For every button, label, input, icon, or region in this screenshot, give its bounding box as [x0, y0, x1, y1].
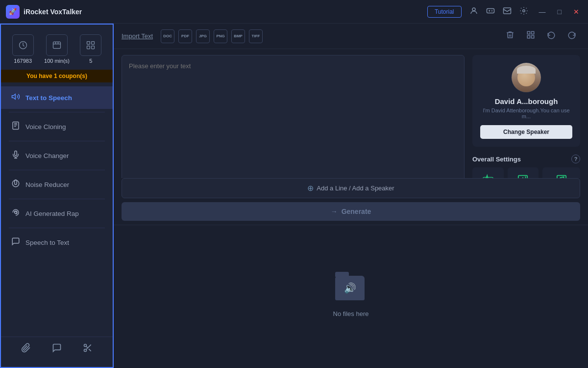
- generate-label: Generate: [342, 208, 371, 215]
- svg-marker-10: [12, 94, 16, 100]
- close-button[interactable]: ✕: [570, 7, 582, 17]
- count-icon-box: [80, 34, 101, 56]
- svg-point-13: [15, 211, 17, 214]
- jpg-icon[interactable]: JPG: [196, 29, 210, 43]
- no-files-label: No files here: [333, 310, 369, 317]
- redo-action[interactable]: [564, 28, 580, 44]
- svg-point-14: [84, 344, 86, 347]
- toolbar: Import Text DOC PDF JPG PNG BMP TIFF: [114, 24, 588, 49]
- svg-rect-6: [87, 42, 90, 45]
- voice-cloning-icon: [11, 121, 21, 132]
- svg-point-15: [84, 349, 86, 352]
- attach-icon[interactable]: [21, 343, 31, 355]
- svg-rect-7: [92, 42, 95, 45]
- nav-label-text-to-speech: Text to Speech: [25, 94, 72, 102]
- stats-row: 167983 100 min(s) 5: [1, 30, 113, 70]
- minutes-icon-box: [46, 34, 68, 56]
- minutes-value: 100 min(s): [44, 58, 70, 64]
- overall-settings-header: Overall Settings ?: [472, 151, 580, 167]
- change-speaker-button[interactable]: Change Speaker: [480, 125, 572, 139]
- svg-point-3: [522, 9, 525, 12]
- sidebar-item-voice-changer[interactable]: Voice Changer: [1, 144, 113, 167]
- svg-rect-20: [532, 31, 534, 34]
- speaker-name: David A...borough: [480, 97, 572, 105]
- sidebar-item-ai-generated-rap[interactable]: AI Generated Rap: [1, 202, 113, 225]
- noise-reducer-icon: [11, 179, 21, 190]
- mail-icon[interactable]: [503, 6, 512, 17]
- nav-divider-2: [9, 141, 105, 141]
- files-box: 🔊: [335, 276, 365, 300]
- pitch-icon: [515, 172, 531, 178]
- settings-icon[interactable]: [519, 6, 528, 17]
- nav-label-voice-changer: Voice Changer: [25, 152, 69, 159]
- speed-icon: [480, 172, 496, 178]
- import-text-link[interactable]: Import Text: [122, 32, 153, 40]
- pitch-setting[interactable]: Pitch: [508, 167, 539, 178]
- music-setting[interactable]: Music: [542, 167, 580, 178]
- text-to-speech-icon: [11, 92, 21, 103]
- nav-divider-4: [9, 199, 105, 199]
- svg-rect-5: [53, 42, 61, 48]
- sidebar-item-text-to-speech[interactable]: Text to Speech: [1, 86, 113, 109]
- svg-point-12: [12, 180, 19, 187]
- doc-icon[interactable]: DOC: [161, 29, 174, 43]
- add-line-icon: ⊕: [307, 184, 314, 193]
- speaker-icon: 🔊: [344, 282, 356, 294]
- user-icon[interactable]: [469, 6, 478, 17]
- chat-icon[interactable]: [52, 343, 62, 355]
- svg-point-0: [472, 8, 475, 11]
- sidebar-item-voice-cloning[interactable]: Voice Cloning: [1, 115, 113, 138]
- maximize-button[interactable]: □: [555, 7, 564, 17]
- nav-divider-5: [9, 228, 105, 228]
- speed-setting[interactable]: Speed: [472, 167, 504, 178]
- window-controls: — □ ✕: [536, 7, 582, 17]
- app-title: iRocket VoxTalker: [24, 8, 427, 16]
- characters-value: 167983: [14, 58, 32, 64]
- minimize-button[interactable]: —: [536, 7, 549, 17]
- nav-label-ai-generated-rap: AI Generated Rap: [25, 210, 79, 217]
- stat-characters: 167983: [12, 34, 34, 64]
- files-area: 🔊 No files here: [114, 225, 588, 368]
- sidebar-item-noise-reducer[interactable]: Noise Reducer: [1, 173, 113, 196]
- bottom-bar: ⊕ Add a Line / Add a Speaker → Generate: [114, 178, 588, 225]
- nav-divider-1: [9, 112, 105, 112]
- count-value: 5: [89, 58, 92, 64]
- undo-action[interactable]: [543, 28, 560, 44]
- png-icon[interactable]: PNG: [214, 29, 227, 43]
- nav-divider-3: [9, 170, 105, 170]
- add-line-button[interactable]: ⊕ Add a Line / Add a Speaker: [122, 178, 580, 198]
- bmp-icon[interactable]: BMP: [231, 29, 245, 43]
- text-editor[interactable]: [122, 55, 465, 178]
- nav-label-speech-to-text: Speech to Text: [25, 239, 69, 246]
- svg-rect-8: [87, 46, 90, 49]
- tiff-icon[interactable]: TIFF: [249, 29, 263, 43]
- stat-minutes: 100 min(s): [44, 34, 70, 64]
- help-icon[interactable]: ?: [571, 155, 580, 163]
- grid-action[interactable]: [522, 28, 539, 44]
- nav-label-voice-cloning: Voice Cloning: [25, 123, 66, 131]
- pdf-icon[interactable]: PDF: [178, 29, 192, 43]
- right-panel: David A...borough I'm David Attenborough…: [472, 55, 580, 178]
- voice-changer-icon: [11, 150, 21, 161]
- generate-arrow-icon: →: [331, 208, 338, 215]
- sidebar: 167983 100 min(s) 5 You have 1 coupon(s): [0, 24, 114, 368]
- music-icon: [554, 172, 569, 178]
- tutorial-button[interactable]: Tutorial: [427, 6, 462, 18]
- coupon-banner: You have 1 coupon(s): [1, 70, 113, 82]
- generate-button[interactable]: → Generate: [122, 202, 580, 221]
- delete-action[interactable]: [502, 28, 518, 44]
- svg-line-17: [89, 349, 91, 351]
- add-line-label: Add a Line / Add a Speaker: [317, 184, 394, 192]
- svg-rect-21: [527, 36, 530, 38]
- ai-generated-rap-icon: [11, 208, 21, 219]
- game-icon[interactable]: [486, 6, 495, 17]
- speaker-desc: I'm David Attenborough.You can use m...: [480, 107, 572, 119]
- svg-line-18: [86, 346, 87, 348]
- scissors-icon[interactable]: [83, 343, 93, 355]
- sidebar-bottom: [1, 337, 113, 361]
- app-logo: 🚀: [6, 5, 20, 19]
- titlebar-icons: [469, 6, 528, 17]
- sidebar-item-speech-to-text[interactable]: Speech to Text: [1, 231, 113, 254]
- svg-rect-22: [532, 36, 534, 38]
- overall-settings-label: Overall Settings: [472, 156, 521, 163]
